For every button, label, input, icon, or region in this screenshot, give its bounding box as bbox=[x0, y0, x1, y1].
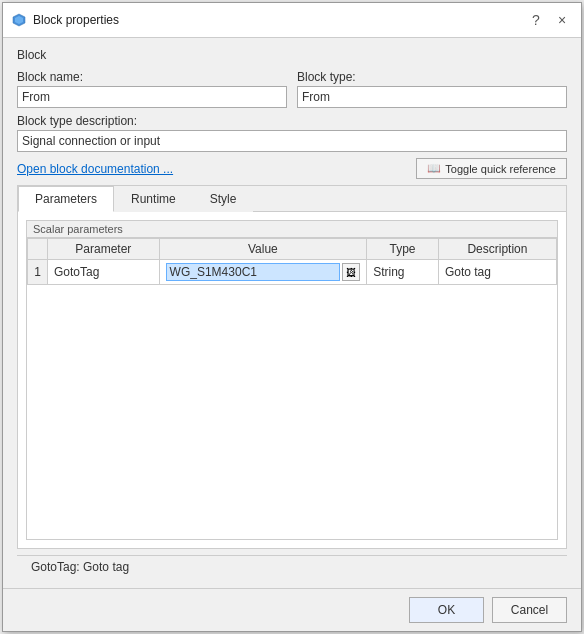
title-controls: ? × bbox=[525, 9, 573, 31]
block-type-input[interactable] bbox=[297, 86, 567, 108]
title-bar: Block properties ? × bbox=[3, 3, 581, 38]
tabs-header: Parameters Runtime Style bbox=[18, 186, 566, 212]
block-name-group: Block name: bbox=[17, 70, 287, 108]
quick-ref-button[interactable]: 📖 Toggle quick reference bbox=[416, 158, 567, 179]
col-num bbox=[28, 239, 48, 260]
param-value-cell[interactable]: WG_S1M430C1 🖼 bbox=[159, 260, 367, 285]
block-properties-dialog: Block properties ? × Block Block name: B… bbox=[2, 2, 582, 632]
col-parameter: Parameter bbox=[48, 239, 160, 260]
app-icon bbox=[11, 12, 27, 28]
cancel-button[interactable]: Cancel bbox=[492, 597, 567, 623]
col-value: Value bbox=[159, 239, 367, 260]
tab-content-parameters: Scalar parameters Parameter Value Type D… bbox=[18, 212, 566, 548]
tabs-container: Parameters Runtime Style Scalar paramete… bbox=[17, 185, 567, 549]
block-type-group: Block type: bbox=[297, 70, 567, 108]
block-section-label: Block bbox=[17, 48, 567, 62]
ok-button[interactable]: OK bbox=[409, 597, 484, 623]
scalar-label: Scalar parameters bbox=[27, 221, 557, 238]
doc-link[interactable]: Open block documentation ... bbox=[17, 162, 173, 176]
row-num: 1 bbox=[28, 260, 48, 285]
block-name-label: Block name: bbox=[17, 70, 287, 84]
block-type-label: Block type: bbox=[297, 70, 567, 84]
param-type: String bbox=[367, 260, 439, 285]
param-name: GotoTag bbox=[48, 260, 160, 285]
dialog-body: Block Block name: Block type: Block type… bbox=[3, 38, 581, 588]
param-table: Parameter Value Type Description 1 GotoT… bbox=[27, 238, 557, 285]
param-value[interactable]: WG_S1M430C1 bbox=[166, 263, 341, 281]
block-type-desc-input[interactable] bbox=[17, 130, 567, 152]
edit-icon: 🖼 bbox=[346, 267, 356, 278]
col-description: Description bbox=[438, 239, 556, 260]
dialog-footer: OK Cancel bbox=[3, 588, 581, 631]
col-type: Type bbox=[367, 239, 439, 260]
book-icon: 📖 bbox=[427, 162, 441, 175]
tab-runtime[interactable]: Runtime bbox=[114, 186, 193, 212]
param-desc: Goto tag bbox=[438, 260, 556, 285]
dialog-title: Block properties bbox=[33, 13, 519, 27]
block-name-input[interactable] bbox=[17, 86, 287, 108]
close-button[interactable]: × bbox=[551, 9, 573, 31]
block-type-desc-label: Block type description: bbox=[17, 114, 567, 128]
scalar-parameters-group: Scalar parameters Parameter Value Type D… bbox=[26, 220, 558, 540]
status-bar: GotoTag: Goto tag bbox=[17, 555, 567, 578]
tab-parameters[interactable]: Parameters bbox=[18, 186, 114, 212]
value-edit-button[interactable]: 🖼 bbox=[342, 263, 360, 281]
block-desc-row: Block type description: bbox=[17, 114, 567, 152]
block-fields-row: Block name: Block type: bbox=[17, 70, 567, 108]
help-button[interactable]: ? bbox=[525, 9, 547, 31]
tab-style[interactable]: Style bbox=[193, 186, 254, 212]
link-row: Open block documentation ... 📖 Toggle qu… bbox=[17, 158, 567, 179]
table-row: 1 GotoTag WG_S1M430C1 🖼 bbox=[28, 260, 557, 285]
